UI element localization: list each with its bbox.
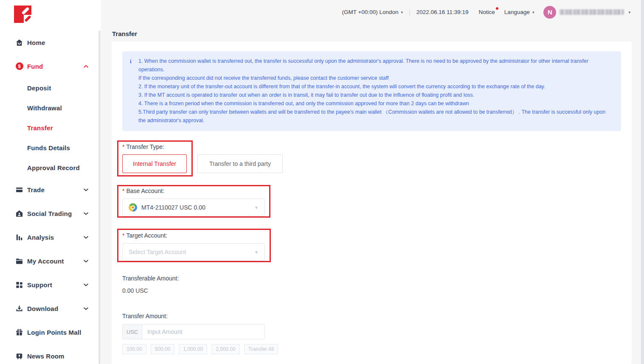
sidebar-item-fund[interactable]: $ Fund bbox=[0, 54, 101, 78]
chevron-down-icon: ▾ bbox=[628, 10, 630, 14]
user-name-blurred bbox=[560, 9, 624, 15]
base-account-section: *Base Account: MT4-2110027 USC 0.00 ▼ bbox=[122, 188, 621, 216]
sidebar-item-home[interactable]: Home bbox=[0, 31, 101, 54]
notice-button[interactable]: Notice bbox=[479, 9, 495, 15]
analysis-icon bbox=[15, 233, 23, 241]
notice-line: 1. When the commission wallet is transfe… bbox=[138, 57, 613, 74]
language-selector[interactable]: Language ▾ bbox=[504, 9, 534, 15]
sidebar-item-label: Withdrawal bbox=[27, 104, 62, 112]
base-account-value: MT4-2110027 USC 0.00 bbox=[141, 204, 205, 211]
sidebar-item-withdrawal[interactable]: Withdrawal bbox=[0, 98, 101, 118]
transferable-amount-label: Transferable Amount: bbox=[122, 275, 621, 282]
base-account-dropdown[interactable]: MT4-2110027 USC 0.00 ▼ bbox=[122, 199, 265, 216]
fund-icon: $ bbox=[15, 62, 23, 70]
third-party-transfer-button[interactable]: Transfer to a third party bbox=[197, 154, 283, 173]
sidebar-item-label: Fund bbox=[27, 63, 43, 70]
social-trading-icon bbox=[15, 210, 23, 218]
required-asterisk: * bbox=[122, 188, 124, 194]
language-label: Language bbox=[504, 9, 530, 15]
sidebar-item-approval-record[interactable]: Approval Record bbox=[0, 158, 101, 178]
chevron-down-icon: ▾ bbox=[401, 10, 403, 14]
avatar: N bbox=[543, 6, 556, 19]
page-scrollbar[interactable] bbox=[641, 0, 644, 364]
chevron-down-icon bbox=[84, 188, 88, 191]
chevron-down-icon bbox=[84, 212, 88, 215]
quick-amount-button-100[interactable]: 100.00 bbox=[122, 344, 146, 354]
sidebar-item-label: My Account bbox=[27, 258, 64, 265]
chevron-down-icon bbox=[84, 283, 88, 286]
user-menu[interactable]: N ▾ bbox=[543, 6, 630, 19]
app-window: Home $ Fund Deposit Withdrawal Transfer … bbox=[0, 0, 644, 364]
sidebar-item-login-points-mall[interactable]: Login Points Mall bbox=[0, 320, 101, 344]
chevron-down-icon: ▼ bbox=[254, 250, 259, 255]
sidebar: Home $ Fund Deposit Withdrawal Transfer … bbox=[0, 0, 101, 364]
sidebar-item-news-room[interactable]: News Room bbox=[0, 344, 101, 364]
page-title: Transfer bbox=[112, 30, 644, 37]
target-account-section: *Target Account: Select Target Account ▼ bbox=[122, 232, 621, 261]
home-icon bbox=[15, 39, 23, 47]
logo-notch bbox=[24, 15, 32, 23]
sidebar-item-deposit[interactable]: Deposit bbox=[0, 78, 101, 98]
internal-transfer-button[interactable]: Internal Transfer bbox=[122, 154, 187, 173]
transfer-type-label: *Transfer Type: bbox=[122, 143, 621, 150]
sidebar-item-label: News Room bbox=[27, 353, 65, 360]
notice-line: 4. There is a frozen period when the com… bbox=[138, 99, 613, 108]
sidebar-item-analysis[interactable]: Analysis bbox=[0, 225, 101, 249]
currency-prefix: USC bbox=[122, 324, 142, 339]
sidebar-item-label: Social Trading bbox=[27, 210, 72, 217]
chevron-down-icon bbox=[84, 307, 88, 310]
quick-amount-row: 100.00 500.00 1,000.00 2,000.00 Transfer… bbox=[122, 344, 621, 354]
sidebar-item-my-account[interactable]: My Account bbox=[0, 249, 101, 273]
quick-amount-button-1000[interactable]: 1,000.00 bbox=[179, 344, 207, 354]
sidebar-item-label: Deposit bbox=[27, 84, 51, 92]
notice-line: 2. If the monetary unit of the transfer-… bbox=[138, 82, 613, 91]
chevron-up-icon bbox=[84, 65, 88, 68]
transfer-amount-section: Transfer Amount: USC 100.00 500.00 1,000… bbox=[122, 313, 621, 354]
transferable-amount-section: Transferable Amount: 0.00 USC bbox=[122, 275, 621, 294]
brand-logo-icon[interactable] bbox=[14, 6, 31, 23]
timezone-selector[interactable]: (GMT +00:00) London ▾ bbox=[342, 9, 403, 15]
target-account-dropdown[interactable]: Select Target Account ▼ bbox=[122, 243, 265, 261]
sidebar-item-label: Download bbox=[27, 305, 58, 312]
quick-amount-button-2000[interactable]: 2,000.00 bbox=[211, 344, 240, 354]
logo-slash-small bbox=[24, 15, 31, 22]
notice-label: Notice bbox=[479, 9, 495, 15]
transfer-amount-label: Transfer Amount: bbox=[122, 313, 621, 319]
notice-line: If the corresponding account did not rec… bbox=[138, 74, 613, 82]
amount-input[interactable] bbox=[142, 324, 265, 339]
sidebar-item-label: Login Points Mall bbox=[27, 329, 82, 336]
sidebar-item-social-trading[interactable]: Social Trading bbox=[0, 202, 101, 225]
sidebar-item-label: Approval Record bbox=[27, 164, 80, 171]
sidebar-item-label: Analysis bbox=[27, 234, 54, 241]
required-asterisk: * bbox=[122, 143, 124, 150]
sidebar-item-support[interactable]: Support bbox=[0, 273, 101, 297]
quick-amount-button-500[interactable]: 500.00 bbox=[151, 344, 175, 354]
my-account-icon bbox=[15, 257, 23, 265]
sidebar-item-label: Transfer bbox=[27, 124, 53, 132]
transfer-type-section: *Transfer Type: Internal Transfer Transf… bbox=[122, 143, 621, 173]
sidebar-item-transfer[interactable]: Transfer bbox=[0, 118, 101, 138]
datetime-display: 2022.06.16 11:39:19 bbox=[416, 9, 469, 15]
chevron-down-icon bbox=[84, 260, 88, 263]
gift-icon bbox=[15, 328, 23, 336]
sidebar-item-funds-details[interactable]: Funds Details bbox=[0, 138, 101, 158]
transfer-all-button[interactable]: Transfer All bbox=[244, 344, 278, 354]
info-icon: i bbox=[130, 57, 132, 66]
sidebar-item-label: Home bbox=[27, 39, 45, 46]
target-account-placeholder: Select Target Account bbox=[129, 249, 186, 255]
trade-icon bbox=[15, 186, 23, 194]
sidebar-scrollbar[interactable] bbox=[98, 31, 101, 364]
transfer-card: i 1. When the commission wallet is trans… bbox=[112, 42, 632, 364]
target-account-label: *Target Account: bbox=[122, 232, 621, 239]
mt4-logo-icon bbox=[129, 203, 137, 212]
chevron-down-icon: ▼ bbox=[254, 205, 259, 210]
sidebar-item-label: Trade bbox=[27, 186, 45, 193]
top-header: (GMT +00:00) London ▾ | 2022.06.16 11:39… bbox=[101, 0, 644, 24]
notice-line: 3. If the MT account is operated to tran… bbox=[138, 91, 613, 99]
download-icon bbox=[15, 305, 23, 313]
sidebar-item-download[interactable]: Download bbox=[0, 297, 101, 320]
main-area: (GMT +00:00) London ▾ | 2022.06.16 11:39… bbox=[101, 0, 644, 364]
sidebar-item-trade[interactable]: Trade bbox=[0, 178, 101, 202]
sidebar-nav: Home $ Fund Deposit Withdrawal Transfer … bbox=[0, 31, 101, 364]
chevron-down-icon: ▾ bbox=[532, 10, 534, 14]
